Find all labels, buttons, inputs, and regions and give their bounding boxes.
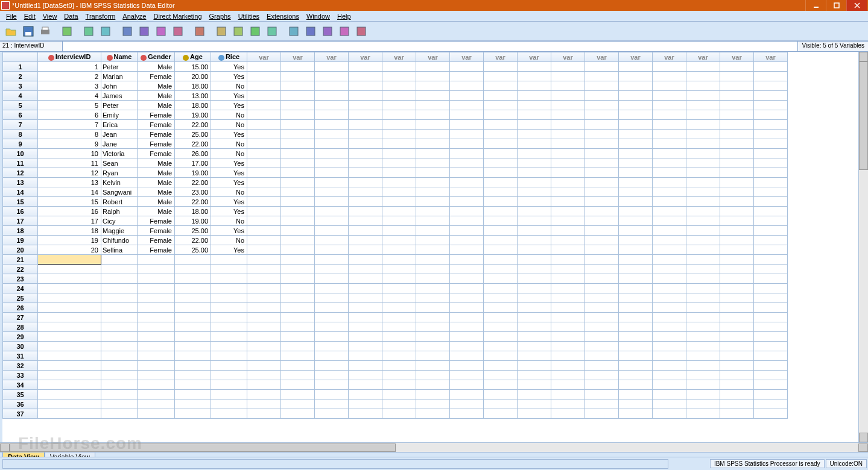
cell[interactable] [38, 303, 101, 313]
cell[interactable] [619, 342, 653, 351]
cell[interactable] [585, 313, 619, 322]
column-header-interviewid[interactable]: InterviewID [38, 52, 101, 62]
cell[interactable]: 2 [38, 72, 101, 81]
cell[interactable] [619, 187, 653, 197]
cell[interactable] [653, 139, 686, 149]
cell[interactable] [686, 158, 720, 168]
cell[interactable] [720, 409, 754, 419]
cell[interactable] [247, 303, 281, 313]
cell[interactable] [484, 178, 518, 187]
cell[interactable] [315, 236, 349, 245]
cell[interactable] [101, 284, 138, 293]
cell[interactable] [720, 255, 754, 265]
cell[interactable] [484, 371, 518, 380]
cell[interactable]: No [211, 236, 247, 245]
column-header-var[interactable]: var [720, 52, 754, 62]
cell[interactable] [686, 361, 720, 371]
cell[interactable] [382, 168, 416, 178]
cell[interactable] [720, 361, 754, 371]
cell[interactable] [551, 380, 585, 390]
cell[interactable] [416, 216, 450, 226]
table-row[interactable]: 29 [3, 332, 788, 342]
cell[interactable] [653, 313, 686, 322]
cell[interactable] [686, 284, 720, 293]
cell[interactable]: 22.00 [175, 197, 211, 207]
column-header-rice[interactable]: Rice [211, 52, 247, 62]
cell[interactable] [720, 245, 754, 255]
cell[interactable] [281, 110, 315, 120]
cell[interactable] [720, 149, 754, 158]
cell[interactable] [754, 81, 788, 91]
cell[interactable]: 17.00 [175, 158, 211, 168]
cell[interactable] [382, 207, 416, 216]
cell[interactable] [653, 351, 686, 361]
cell[interactable]: 25.00 [175, 130, 211, 139]
cell[interactable] [551, 226, 585, 236]
cell[interactable]: 19.00 [175, 110, 211, 120]
cell[interactable]: Cicy [101, 216, 138, 226]
cell[interactable] [247, 62, 281, 72]
cell[interactable] [38, 400, 101, 409]
cell[interactable]: 19.00 [175, 216, 211, 226]
cell[interactable] [315, 409, 349, 419]
cell[interactable] [211, 303, 247, 313]
show-all-button[interactable] [320, 24, 335, 39]
cell[interactable] [382, 139, 416, 149]
cell[interactable]: Chifundo [101, 236, 138, 245]
cell[interactable] [211, 332, 247, 342]
row-header[interactable]: 7 [3, 120, 38, 130]
cell[interactable] [484, 351, 518, 361]
cell[interactable] [484, 120, 518, 130]
cell[interactable] [211, 400, 247, 409]
cell[interactable] [518, 284, 551, 293]
column-header-var[interactable]: var [585, 52, 619, 62]
cell[interactable] [101, 351, 138, 361]
cell[interactable] [653, 361, 686, 371]
cell[interactable]: Yes [211, 130, 247, 139]
cell[interactable] [551, 371, 585, 380]
cell[interactable] [720, 332, 754, 342]
cell[interactable] [315, 187, 349, 197]
cell[interactable] [382, 342, 416, 351]
cell[interactable] [518, 380, 551, 390]
cell[interactable] [247, 91, 281, 101]
cell[interactable] [281, 101, 315, 110]
cell[interactable] [585, 400, 619, 409]
cell[interactable]: Male [138, 207, 175, 216]
cell[interactable] [138, 361, 175, 371]
cell[interactable]: Male [138, 168, 175, 178]
cell[interactable] [382, 274, 416, 284]
cell[interactable] [281, 62, 315, 72]
cell[interactable] [315, 62, 349, 72]
cell[interactable] [101, 390, 138, 400]
column-header-var[interactable]: var [619, 52, 653, 62]
cell[interactable] [518, 322, 551, 332]
cell[interactable]: Yes [211, 62, 247, 72]
column-header-var[interactable]: var [349, 52, 382, 62]
row-header[interactable]: 12 [3, 168, 38, 178]
cell[interactable] [518, 351, 551, 361]
column-header-var[interactable]: var [450, 52, 484, 62]
cell[interactable]: No [211, 149, 247, 158]
cell[interactable]: Male [138, 158, 175, 168]
cell[interactable] [450, 303, 484, 313]
cell[interactable] [720, 342, 754, 351]
cell[interactable] [551, 216, 585, 226]
cell[interactable] [416, 265, 450, 274]
cell[interactable]: Male [138, 178, 175, 187]
cell[interactable] [281, 158, 315, 168]
cell[interactable] [484, 101, 518, 110]
menu-help[interactable]: Help [334, 12, 355, 20]
cell[interactable] [349, 390, 382, 400]
cell[interactable] [754, 284, 788, 293]
cell[interactable] [754, 332, 788, 342]
cell[interactable]: Female [138, 236, 175, 245]
cell[interactable] [653, 120, 686, 130]
cell[interactable] [450, 158, 484, 168]
cell[interactable] [585, 390, 619, 400]
cell[interactable] [720, 72, 754, 81]
cell[interactable]: 10 [38, 149, 101, 158]
cell[interactable] [653, 62, 686, 72]
column-header-var[interactable]: var [315, 52, 349, 62]
cell[interactable] [382, 178, 416, 187]
